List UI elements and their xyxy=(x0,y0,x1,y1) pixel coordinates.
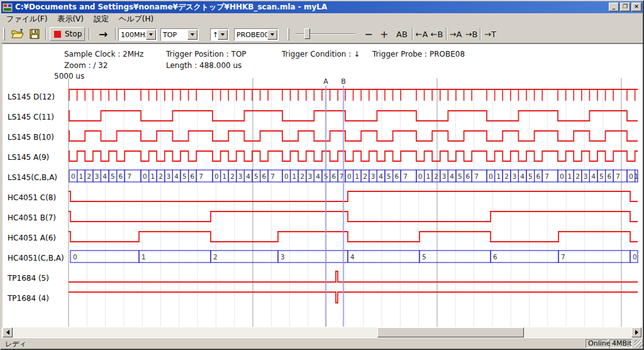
title-bar: C:¥Documents and Settings¥noname¥デスクトップ¥… xyxy=(1,1,643,13)
status-ready: レディ xyxy=(5,339,26,349)
channel-label-0: LS145 D(12) xyxy=(8,93,55,101)
channel-label-1: LS145 C(11) xyxy=(8,113,54,121)
menu-help[interactable]: ヘルプ(H) xyxy=(114,13,158,25)
triangle-right-icon xyxy=(635,330,638,335)
toolbar-grip xyxy=(3,28,5,40)
menu-settings[interactable]: 設定 xyxy=(89,13,114,25)
status-bar: レディ Online 4MBit xyxy=(1,337,643,349)
goto-marker-a-button[interactable]: ←A xyxy=(414,27,429,41)
stop-icon xyxy=(54,31,61,38)
scrollbar-thumb[interactable] xyxy=(377,327,524,337)
triangle-left-icon xyxy=(6,330,9,335)
close-button[interactable]: × xyxy=(631,3,641,11)
toolbar-grip xyxy=(287,28,289,40)
toolbar-separator xyxy=(45,28,47,40)
run-button[interactable]: → xyxy=(93,27,113,41)
chevron-down-icon xyxy=(191,33,194,36)
channel-label-10: TP1684 (4) xyxy=(8,294,49,303)
set-marker-b-button[interactable]: →B xyxy=(464,27,479,41)
time-division-label: 5000 us xyxy=(54,72,84,81)
zoom-info: Zoom : / 32 xyxy=(64,61,108,70)
sample-clock-select[interactable]: 100MHz xyxy=(118,28,157,41)
sample-clock-value: 100MHz xyxy=(119,31,146,39)
minimize-button[interactable]: _ xyxy=(609,3,619,11)
chevron-down-icon xyxy=(149,33,153,36)
scroll-right-button[interactable] xyxy=(631,327,641,337)
window-title: C:¥Documents and Settings¥noname¥デスクトップ¥… xyxy=(15,2,327,13)
horizontal-scrollbar[interactable] xyxy=(1,327,643,337)
length-info: Length : 488.000 us xyxy=(166,61,242,70)
stop-button[interactable]: Stop xyxy=(50,27,85,41)
channel-label-2: LS145 B(10) xyxy=(8,133,54,142)
app-window: C:¥Documents and Settings¥noname¥デスクトップ¥… xyxy=(0,0,644,350)
save-button[interactable] xyxy=(26,27,43,41)
toolbar-separator xyxy=(412,28,413,40)
maximize-button[interactable]: ❐ xyxy=(620,3,630,11)
trigger-probe-select[interactable]: PROBE00 xyxy=(234,28,279,41)
stop-label: Stop xyxy=(65,30,82,38)
chevron-down-icon xyxy=(221,33,225,36)
menu-view[interactable]: 表示(V) xyxy=(52,13,89,25)
open-file-button[interactable] xyxy=(9,27,26,41)
trigger-condition-info: Trigger Condition : ↓ xyxy=(282,50,360,59)
ab-button[interactable]: AB xyxy=(394,27,410,41)
channel-label-7: HC4051 A(6) xyxy=(8,234,56,242)
channel-label-6: HC4051 B(7) xyxy=(8,213,56,222)
trigger-position-info: Trigger Position : TOP xyxy=(166,50,247,59)
menu-file[interactable]: ファイル(F) xyxy=(1,13,52,25)
toolbar-separator xyxy=(480,28,481,40)
zoom-out-button[interactable]: − xyxy=(362,27,375,41)
trigger-edge-value: ↑ xyxy=(211,31,218,39)
resize-grip[interactable] xyxy=(635,340,643,348)
trigger-position-value: TOP xyxy=(161,31,187,39)
sample-clock-info: Sample Clock : 2MHz xyxy=(64,50,143,59)
toolbar-separator xyxy=(446,28,447,40)
dropdown-button[interactable] xyxy=(218,30,228,40)
waveform-client-area xyxy=(3,43,643,327)
dropdown-button[interactable] xyxy=(267,30,277,40)
open-folder-icon xyxy=(11,29,24,39)
menu-bar: ファイル(F) 表示(V) 設定 ヘルプ(H) xyxy=(1,13,643,25)
zoom-in-button[interactable]: + xyxy=(378,27,391,41)
dropdown-button[interactable] xyxy=(146,30,156,40)
channel-label-4: LS145(C,B,A) xyxy=(8,173,57,182)
channel-label-5: HC4051 C(8) xyxy=(8,193,56,202)
channel-label-8: HC4051(C,B,A) xyxy=(8,254,64,262)
chevron-down-icon xyxy=(270,33,274,36)
channel-label-9: TP1684 (5) xyxy=(8,274,49,283)
status-memory: 4MBit xyxy=(609,339,632,348)
goto-marker-b-button[interactable]: ←B xyxy=(430,27,444,41)
run-arrow-icon: → xyxy=(99,28,108,40)
scroll-left-button[interactable] xyxy=(3,327,13,337)
app-icon xyxy=(3,3,13,12)
trigger-position-select[interactable]: TOP xyxy=(160,28,199,41)
toolbar-separator xyxy=(89,28,90,40)
zoom-slider-handle[interactable] xyxy=(304,28,310,39)
channel-label-3: LS145 A(9) xyxy=(8,153,49,162)
floppy-disk-icon xyxy=(30,29,40,39)
trigger-probe-value: PROBE00 xyxy=(235,31,267,39)
set-marker-a-button[interactable]: →A xyxy=(448,27,463,41)
goto-trigger-button[interactable]: →T xyxy=(483,27,497,41)
trigger-edge-select[interactable]: ↑ xyxy=(210,28,229,41)
toolbar-separator xyxy=(115,28,116,40)
dropdown-button[interactable] xyxy=(187,30,197,40)
status-online: Online xyxy=(586,339,608,348)
trigger-probe-info: Trigger Probe : PROBE08 xyxy=(372,50,465,59)
